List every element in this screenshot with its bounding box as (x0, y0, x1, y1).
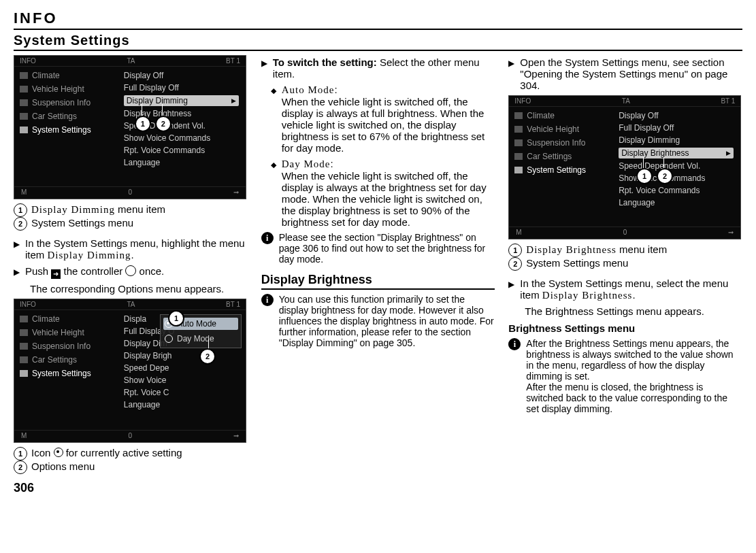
callout-2-icon: 2 (657, 168, 673, 184)
step-follow: The corresponding Options menu appears. (30, 283, 224, 295)
auto-mode-block: Auto Mode: When the vehicle light is swi… (282, 84, 495, 154)
subhead-brightness-settings: Brightness Settings menu (508, 322, 742, 334)
step-bullet-icon (508, 56, 514, 91)
step-bullet-icon (261, 56, 267, 80)
active-dot-icon (54, 448, 63, 457)
step-select-brightness: In the System Settings menu, select the … (520, 278, 742, 301)
page-header-section: System Settings (14, 33, 742, 51)
info-icon: i (261, 294, 274, 306)
caption-marker-2: 2 (14, 460, 27, 474)
nav-car-settings: Car Settings (32, 112, 77, 121)
nav-suspension: Suspension Info (32, 98, 91, 107)
page-number: 306 (14, 481, 248, 495)
caption-marker-1: 1 (14, 203, 27, 217)
caption-marker-2: 2 (14, 217, 27, 231)
callout-2-icon: 2 (155, 116, 171, 132)
subhead-display-brightness: Display Brightness (261, 273, 495, 290)
caption-marker-1: 1 (14, 447, 27, 460)
step-bullet-icon (508, 278, 514, 301)
step-switch-setting: To switch the setting: Select the other … (273, 56, 495, 80)
day-mode-block: Day Mode: When the vehicle light is swit… (282, 158, 495, 228)
info-icon: i (261, 232, 274, 244)
screenshot-dimming: INFO TA BT 1 Climate Vehicle Height Susp… (14, 55, 246, 199)
arrow-right-icon: ➜ (51, 269, 61, 279)
screenshot-dimming-options: INFO TA BT 1 Climate Vehicle Height Susp… (14, 299, 246, 443)
menu-display-off: Display Off (124, 71, 239, 80)
diamond-bullet-icon (261, 84, 276, 154)
nav-vehicle-height: Vehicle Height (32, 84, 84, 94)
info-icon: i (508, 338, 521, 350)
menu-show-voice: Show Voice Commands (124, 133, 239, 143)
radio-off-icon (165, 335, 173, 343)
diamond-bullet-icon (261, 158, 276, 228)
scr-top-mid: TA (127, 57, 135, 65)
page-header-info: INFO (14, 10, 742, 30)
scr-top-right: BT 1 (226, 57, 240, 65)
scr-bottom-left: M (21, 188, 27, 196)
step-text: In the System Settings menu, highlight t… (25, 237, 248, 261)
scr-top-left: INFO (20, 57, 36, 65)
caption-b1: Icon for currently active setting (31, 447, 182, 458)
step-follow-brightness: The Brightness Settings menu appears. (525, 305, 704, 317)
callout-1-icon: 1 (168, 310, 184, 326)
menu-language: Language (124, 158, 239, 167)
caption-2: System Settings menu (31, 217, 133, 229)
step-bullet-icon (14, 265, 20, 279)
screenshot-brightness: INFO TA BT 1 Climate Vehicle Height Susp… (508, 95, 741, 239)
step-text: Push ➜ the controller once. (25, 265, 164, 279)
callout-2-icon: 2 (199, 348, 216, 365)
controller-icon (125, 265, 136, 276)
nav-system-settings: System Settings (32, 125, 91, 135)
step-bullet-icon (14, 237, 20, 261)
menu-rpt-voice: Rpt. Voice Commands (124, 146, 239, 155)
scr-bottom-mid: 0 (128, 188, 132, 196)
nav-climate: Climate (32, 71, 60, 80)
caption-1: Display Dimming menu item (31, 203, 165, 216)
note-brightness-menu: After the Brightness Settings menu appea… (526, 338, 742, 414)
caption-c1: Display Brightness menu item (526, 244, 667, 256)
callout-1-icon: 1 (636, 168, 653, 184)
scr-bottom-right: ➞ (233, 188, 239, 196)
note-brightness-ref: Please see the section "Display Brightne… (279, 232, 495, 265)
caption-marker-1: 1 (508, 244, 522, 257)
caption-b2: Options menu (31, 460, 95, 472)
note-brightness-daymode: You can use this function primarily to s… (279, 294, 495, 348)
caption-c2: System Settings menu (526, 257, 628, 269)
menu-full-display-off: Full Display Off (124, 83, 239, 93)
menu-display-brightness-hl: Display Brightness▶ (619, 148, 734, 158)
step-open-system-settings: Open the System Settings menu, see secti… (520, 56, 742, 91)
caption-marker-2: 2 (508, 257, 522, 271)
callout-1-icon: 1 (135, 116, 151, 132)
